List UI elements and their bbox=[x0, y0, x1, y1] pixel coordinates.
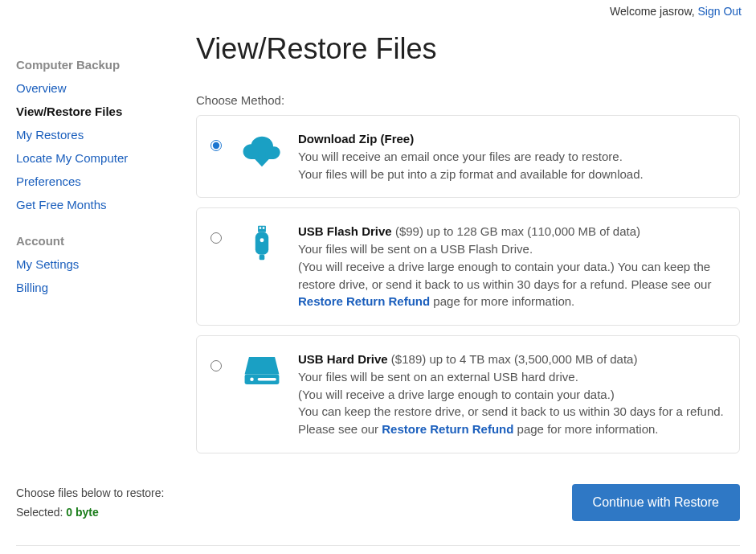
usb-flash-icon bbox=[240, 223, 284, 261]
refund-link-flash[interactable]: Restore Return Refund bbox=[298, 294, 430, 308]
selected-value: 0 byte bbox=[66, 506, 98, 519]
sidebar-item-overview[interactable]: Overview bbox=[16, 81, 67, 95]
option-flash-title: USB Flash Drive bbox=[298, 224, 392, 238]
radio-zip[interactable] bbox=[210, 140, 222, 151]
option-hdd-line3b: page for more information. bbox=[513, 422, 658, 436]
option-flash-line1: Your files will be sent on a USB Flash D… bbox=[298, 240, 725, 258]
svg-rect-5 bbox=[259, 255, 265, 261]
svg-point-4 bbox=[260, 239, 264, 243]
option-hdd[interactable]: USB Hard Drive ($189) up to 4 TB max (3,… bbox=[196, 335, 740, 453]
refund-link-hdd[interactable]: Restore Return Refund bbox=[382, 422, 513, 436]
sidebar-heading-backup: Computer Backup bbox=[16, 58, 177, 72]
continue-button[interactable]: Continue with Restore bbox=[572, 484, 740, 521]
option-hdd-title: USB Hard Drive bbox=[298, 352, 388, 366]
option-hdd-title-extra: ($189) up to 4 TB max (3,500,000 MB of d… bbox=[388, 352, 638, 366]
selected-label: Selected: bbox=[16, 506, 66, 519]
option-flash-line2b: page for more information. bbox=[430, 294, 574, 308]
page-title: View/Restore Files bbox=[196, 32, 740, 66]
option-zip-title: Download Zip (Free) bbox=[298, 132, 414, 146]
sidebar-item-my-restores[interactable]: My Restores bbox=[16, 128, 84, 142]
radio-flash[interactable] bbox=[210, 232, 222, 244]
option-flash[interactable]: USB Flash Drive ($99) up to 128 GB max (… bbox=[196, 207, 740, 326]
sidebar-item-my-settings[interactable]: My Settings bbox=[16, 257, 79, 271]
option-flash-title-extra: ($99) up to 128 GB max (110,000 MB of da… bbox=[392, 224, 640, 238]
sidebar-item-locate-computer[interactable]: Locate My Computer bbox=[16, 151, 128, 165]
sidebar: Computer Backup Overview View/Restore Fi… bbox=[16, 18, 177, 463]
svg-rect-8 bbox=[258, 378, 276, 381]
sign-out-link[interactable]: Sign Out bbox=[698, 5, 742, 18]
choose-method-label: Choose Method: bbox=[196, 93, 740, 107]
sidebar-item-view-restore[interactable]: View/Restore Files bbox=[16, 105, 122, 118]
header-user-area: Welcome jasrow, Sign Out bbox=[0, 0, 756, 18]
radio-hdd[interactable] bbox=[210, 360, 222, 371]
welcome-text: Welcome jasrow, bbox=[610, 5, 697, 18]
svg-point-7 bbox=[250, 377, 253, 380]
sidebar-heading-account: Account bbox=[16, 234, 177, 248]
option-flash-line2a: (You will receive a drive large enough t… bbox=[298, 260, 711, 291]
choose-files-label: Choose files below to restore: bbox=[16, 486, 164, 499]
svg-rect-0 bbox=[258, 226, 266, 232]
main-content: View/Restore Files Choose Method: Downlo… bbox=[177, 18, 740, 463]
option-zip-line2: Your files will be put into a zip format… bbox=[298, 166, 725, 183]
svg-rect-1 bbox=[259, 228, 261, 229]
option-zip-line1: You will receive an email once your file… bbox=[298, 148, 725, 166]
option-hdd-line1: Your files will be sent on an external U… bbox=[298, 368, 725, 386]
hard-drive-icon bbox=[240, 351, 284, 389]
option-hdd-line2: (You will receive a drive large enough t… bbox=[298, 386, 725, 404]
option-zip[interactable]: Download Zip (Free) You will receive an … bbox=[196, 115, 740, 198]
sidebar-item-billing[interactable]: Billing bbox=[16, 281, 48, 294]
svg-rect-2 bbox=[263, 228, 264, 229]
sidebar-item-preferences[interactable]: Preferences bbox=[16, 174, 81, 188]
sidebar-item-free-months[interactable]: Get Free Months bbox=[16, 198, 107, 211]
cloud-download-icon bbox=[240, 130, 284, 169]
divider bbox=[16, 545, 740, 546]
svg-rect-3 bbox=[255, 232, 268, 255]
